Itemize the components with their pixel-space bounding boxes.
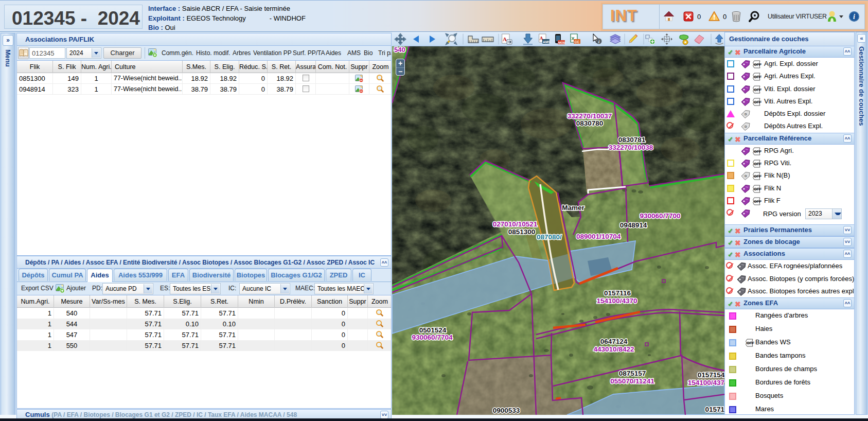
svg-text:0948914: 0948914	[620, 221, 647, 229]
svg-text:154100/437: 154100/437	[688, 379, 724, 387]
svg-text:332270/10038: 332270/10038	[609, 144, 653, 151]
svg-text:i: i	[853, 13, 855, 21]
svg-text:332270/10037: 332270/10037	[568, 112, 612, 120]
svg-text:0157154: 0157154	[698, 371, 724, 379]
svg-text:540: 540	[394, 46, 405, 54]
svg-text:01571: 01571	[705, 406, 724, 413]
svg-text:0875157: 0875157	[619, 370, 646, 377]
svg-text:Mamer: Mamer	[562, 204, 584, 212]
svg-text:0157116: 0157116	[604, 289, 631, 297]
svg-text:0: 0	[723, 13, 727, 21]
svg-text:CC: CC	[575, 40, 580, 44]
svg-text:Utilisateur VIRTUSER: Utilisateur VIRTUSER	[768, 13, 827, 20]
svg-text:0851300: 0851300	[508, 228, 536, 236]
svg-text:0647124: 0647124	[600, 338, 628, 345]
svg-text:087080/: 087080/	[537, 233, 562, 241]
svg-text:0830781: 0830781	[618, 136, 646, 144]
svg-text:930060/7704: 930060/7704	[412, 334, 453, 341]
svg-text:055070/11241: 055070/11241	[610, 377, 654, 385]
svg-text:0900533: 0900533	[493, 407, 520, 414]
svg-text:443010/8422: 443010/8422	[594, 345, 634, 353]
svg-text:0830780: 0830780	[576, 119, 604, 127]
svg-text:154100/4370: 154100/4370	[597, 297, 637, 305]
svg-text:089001/10704: 089001/10704	[576, 233, 621, 240]
svg-text:0: 0	[697, 13, 701, 21]
svg-text:A: A	[503, 36, 507, 42]
svg-text:MOB: MOB	[558, 41, 566, 44]
svg-text:AMS: AMS	[543, 40, 551, 44]
svg-text:0501524: 0501524	[419, 326, 447, 334]
svg-text:930060/7700: 930060/7700	[640, 212, 681, 220]
svg-text:027010/10521: 027010/10521	[493, 220, 538, 228]
